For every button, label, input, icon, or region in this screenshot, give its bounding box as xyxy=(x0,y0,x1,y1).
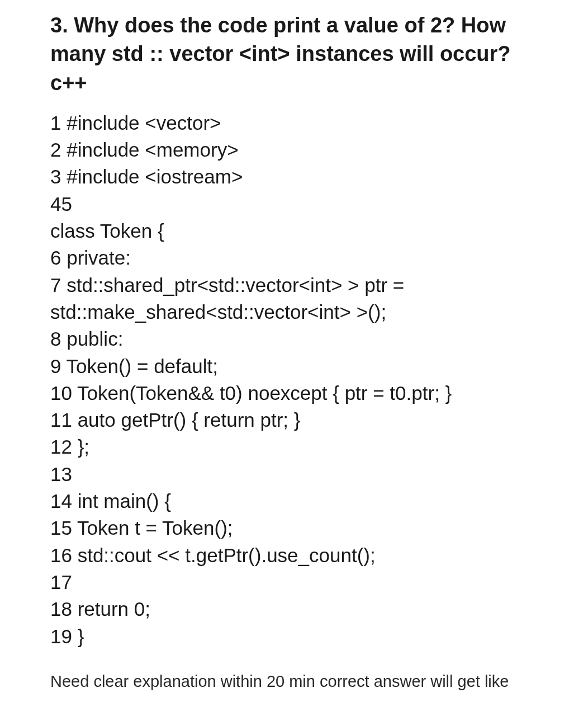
code-line: 45 xyxy=(50,191,538,218)
code-line: 13 xyxy=(50,461,538,488)
code-line: 14 int main() { xyxy=(50,488,538,515)
code-line: 9 Token() = default; xyxy=(50,353,538,380)
question-title: 3. Why does the code print a value of 2?… xyxy=(50,11,538,97)
code-line: 17 xyxy=(50,569,538,596)
code-line: 6 private: xyxy=(50,244,538,271)
footer-note: Need clear explanation within 20 min cor… xyxy=(50,672,538,691)
code-block: 1 #include <vector> 2 #include <memory> … xyxy=(50,110,538,650)
code-line: 3 #include <iostream> xyxy=(50,163,538,190)
code-line: 19 } xyxy=(50,623,538,650)
code-line: 12 }; xyxy=(50,434,538,460)
code-line: 7 std::shared_ptr<std::vector<int> > ptr… xyxy=(50,272,538,326)
code-line: 15 Token t = Token(); xyxy=(50,515,538,541)
code-line: 18 return 0; xyxy=(50,596,538,623)
code-line: 1 #include <vector> xyxy=(50,110,538,136)
code-line: 11 auto getPtr() { return ptr; } xyxy=(50,407,538,434)
code-line: class Token { xyxy=(50,218,538,244)
code-line: 8 public: xyxy=(50,326,538,352)
code-line: 10 Token(Token&& t0) noexcept { ptr = t0… xyxy=(50,380,538,407)
code-line: 2 #include <memory> xyxy=(50,136,538,163)
code-line: 16 std::cout << t.getPtr().use_count(); xyxy=(50,542,538,569)
